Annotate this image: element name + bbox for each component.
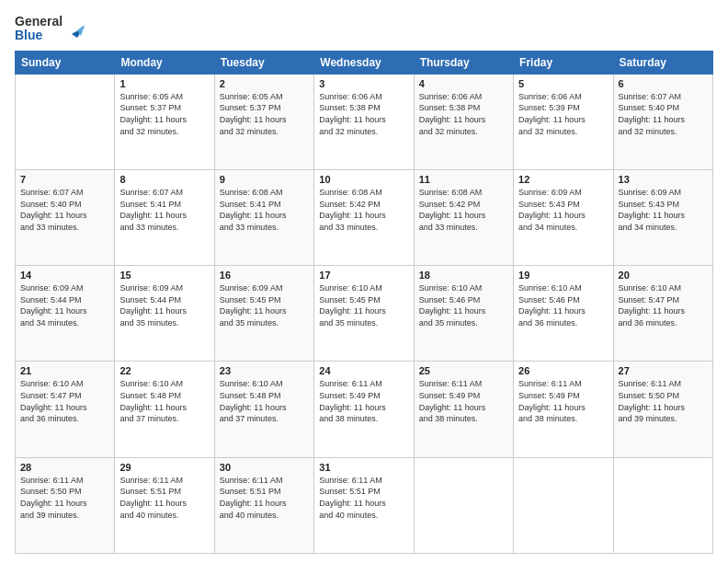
day-number: 23: [220, 365, 309, 376]
day-info: Sunrise: 6:11 AM Sunset: 5:49 PM Dayligh…: [518, 378, 608, 424]
day-info: Sunrise: 6:07 AM Sunset: 5:40 PM Dayligh…: [20, 187, 109, 233]
page: General Blue SundayMondayTuesdayWednesda…: [0, 0, 728, 563]
calendar-cell: 24Sunrise: 6:11 AM Sunset: 5:49 PM Dayli…: [314, 362, 414, 457]
calendar-cell: 14Sunrise: 6:09 AM Sunset: 5:44 PM Dayli…: [16, 266, 115, 362]
day-number: 11: [419, 174, 508, 185]
calendar-cell: 15Sunrise: 6:09 AM Sunset: 5:44 PM Dayli…: [115, 266, 214, 362]
calendar-cell: 13Sunrise: 6:09 AM Sunset: 5:43 PM Dayli…: [613, 170, 712, 266]
day-info: Sunrise: 6:11 AM Sunset: 5:49 PM Dayligh…: [419, 378, 508, 424]
day-number: 29: [119, 462, 209, 473]
calendar-cell: [514, 457, 613, 553]
day-number: 5: [518, 78, 608, 89]
day-number: 28: [20, 462, 109, 473]
day-info: Sunrise: 6:11 AM Sunset: 5:51 PM Dayligh…: [319, 475, 408, 521]
day-info: Sunrise: 6:11 AM Sunset: 5:50 PM Dayligh…: [619, 378, 708, 424]
day-info: Sunrise: 6:06 AM Sunset: 5:38 PM Dayligh…: [419, 91, 508, 137]
calendar-cell: 4Sunrise: 6:06 AM Sunset: 5:38 PM Daylig…: [414, 74, 513, 169]
calendar-cell: 18Sunrise: 6:10 AM Sunset: 5:46 PM Dayli…: [414, 266, 513, 362]
day-info: Sunrise: 6:07 AM Sunset: 5:40 PM Dayligh…: [619, 91, 708, 137]
day-info: Sunrise: 6:11 AM Sunset: 5:49 PM Dayligh…: [319, 378, 408, 424]
day-info: Sunrise: 6:09 AM Sunset: 5:45 PM Dayligh…: [220, 282, 309, 328]
weekday-header-monday: Monday: [115, 51, 214, 74]
calendar-week-row: 1Sunrise: 6:05 AM Sunset: 5:37 PM Daylig…: [16, 74, 713, 169]
calendar-week-row: 14Sunrise: 6:09 AM Sunset: 5:44 PM Dayli…: [16, 266, 713, 362]
calendar-cell: 22Sunrise: 6:10 AM Sunset: 5:48 PM Dayli…: [115, 362, 214, 457]
day-info: Sunrise: 6:08 AM Sunset: 5:42 PM Dayligh…: [319, 187, 408, 233]
calendar-cell: 19Sunrise: 6:10 AM Sunset: 5:46 PM Dayli…: [514, 266, 613, 362]
day-number: 13: [619, 174, 708, 185]
calendar-cell: 21Sunrise: 6:10 AM Sunset: 5:47 PM Dayli…: [16, 362, 115, 457]
logo: General Blue: [15, 15, 85, 43]
logo-graphic: General Blue: [15, 15, 85, 43]
day-info: Sunrise: 6:09 AM Sunset: 5:44 PM Dayligh…: [20, 282, 109, 328]
calendar-cell: 9Sunrise: 6:08 AM Sunset: 5:41 PM Daylig…: [214, 170, 313, 266]
day-number: 25: [419, 365, 508, 376]
day-number: 8: [119, 174, 209, 185]
day-number: 1: [119, 78, 209, 89]
calendar-cell: 28Sunrise: 6:11 AM Sunset: 5:50 PM Dayli…: [16, 457, 115, 553]
calendar-cell: 16Sunrise: 6:09 AM Sunset: 5:45 PM Dayli…: [214, 266, 313, 362]
calendar-cell: 11Sunrise: 6:08 AM Sunset: 5:42 PM Dayli…: [414, 170, 513, 266]
day-number: 16: [220, 270, 309, 281]
weekday-header-friday: Friday: [514, 51, 613, 74]
day-info: Sunrise: 6:10 AM Sunset: 5:46 PM Dayligh…: [518, 282, 608, 328]
day-number: 19: [518, 270, 608, 281]
day-number: 17: [319, 270, 408, 281]
calendar-cell: 8Sunrise: 6:07 AM Sunset: 5:41 PM Daylig…: [115, 170, 214, 266]
calendar-cell: [613, 457, 712, 553]
day-number: 4: [419, 78, 508, 89]
logo-blue: Blue: [15, 29, 42, 42]
day-number: 22: [119, 365, 209, 376]
day-info: Sunrise: 6:10 AM Sunset: 5:46 PM Dayligh…: [419, 282, 508, 328]
calendar-cell: 2Sunrise: 6:05 AM Sunset: 5:37 PM Daylig…: [214, 74, 313, 169]
day-info: Sunrise: 6:05 AM Sunset: 5:37 PM Dayligh…: [119, 91, 209, 137]
calendar-cell: [414, 457, 513, 553]
weekday-header-thursday: Thursday: [414, 51, 513, 74]
day-info: Sunrise: 6:09 AM Sunset: 5:44 PM Dayligh…: [119, 282, 209, 328]
calendar-cell: 30Sunrise: 6:11 AM Sunset: 5:51 PM Dayli…: [214, 457, 313, 553]
calendar-cell: 25Sunrise: 6:11 AM Sunset: 5:49 PM Dayli…: [414, 362, 513, 457]
calendar-cell: 1Sunrise: 6:05 AM Sunset: 5:37 PM Daylig…: [115, 74, 214, 169]
calendar-cell: 10Sunrise: 6:08 AM Sunset: 5:42 PM Dayli…: [314, 170, 414, 266]
calendar-cell: 23Sunrise: 6:10 AM Sunset: 5:48 PM Dayli…: [214, 362, 313, 457]
calendar-cell: 20Sunrise: 6:10 AM Sunset: 5:47 PM Dayli…: [613, 266, 712, 362]
day-info: Sunrise: 6:08 AM Sunset: 5:41 PM Dayligh…: [220, 187, 309, 233]
weekday-header-sunday: Sunday: [16, 51, 115, 74]
calendar-week-row: 21Sunrise: 6:10 AM Sunset: 5:47 PM Dayli…: [16, 362, 713, 457]
day-info: Sunrise: 6:10 AM Sunset: 5:47 PM Dayligh…: [619, 282, 708, 328]
day-info: Sunrise: 6:11 AM Sunset: 5:51 PM Dayligh…: [119, 475, 209, 521]
day-info: Sunrise: 6:09 AM Sunset: 5:43 PM Dayligh…: [518, 187, 608, 233]
calendar-cell: 29Sunrise: 6:11 AM Sunset: 5:51 PM Dayli…: [115, 457, 214, 553]
day-info: Sunrise: 6:06 AM Sunset: 5:38 PM Dayligh…: [319, 91, 408, 137]
logo-bird-icon: [64, 21, 85, 41]
day-info: Sunrise: 6:05 AM Sunset: 5:37 PM Dayligh…: [220, 91, 309, 137]
day-info: Sunrise: 6:11 AM Sunset: 5:50 PM Dayligh…: [20, 475, 109, 521]
calendar-cell: 31Sunrise: 6:11 AM Sunset: 5:51 PM Dayli…: [314, 457, 414, 553]
day-number: 31: [319, 462, 408, 473]
calendar-cell: 5Sunrise: 6:06 AM Sunset: 5:39 PM Daylig…: [514, 74, 613, 169]
day-info: Sunrise: 6:10 AM Sunset: 5:45 PM Dayligh…: [319, 282, 408, 328]
calendar-cell: [16, 74, 115, 169]
day-info: Sunrise: 6:06 AM Sunset: 5:39 PM Dayligh…: [518, 91, 608, 137]
day-number: 3: [319, 78, 408, 89]
day-number: 20: [619, 270, 708, 281]
day-number: 9: [220, 174, 309, 185]
day-number: 15: [119, 270, 209, 281]
day-number: 24: [319, 365, 408, 376]
day-info: Sunrise: 6:10 AM Sunset: 5:48 PM Dayligh…: [220, 378, 309, 424]
logo-general: General: [15, 15, 63, 29]
weekday-header-wednesday: Wednesday: [314, 51, 414, 74]
day-info: Sunrise: 6:10 AM Sunset: 5:47 PM Dayligh…: [20, 378, 109, 424]
weekday-header-tuesday: Tuesday: [214, 51, 313, 74]
day-info: Sunrise: 6:10 AM Sunset: 5:48 PM Dayligh…: [119, 378, 209, 424]
day-number: 10: [319, 174, 408, 185]
calendar-cell: 27Sunrise: 6:11 AM Sunset: 5:50 PM Dayli…: [613, 362, 712, 457]
header: General Blue: [15, 15, 713, 43]
day-number: 2: [220, 78, 309, 89]
calendar-table: SundayMondayTuesdayWednesdayThursdayFrid…: [15, 51, 713, 554]
day-number: 26: [518, 365, 608, 376]
day-info: Sunrise: 6:07 AM Sunset: 5:41 PM Dayligh…: [119, 187, 209, 233]
calendar-cell: 12Sunrise: 6:09 AM Sunset: 5:43 PM Dayli…: [514, 170, 613, 266]
day-number: 14: [20, 270, 109, 281]
calendar-cell: 17Sunrise: 6:10 AM Sunset: 5:45 PM Dayli…: [314, 266, 414, 362]
